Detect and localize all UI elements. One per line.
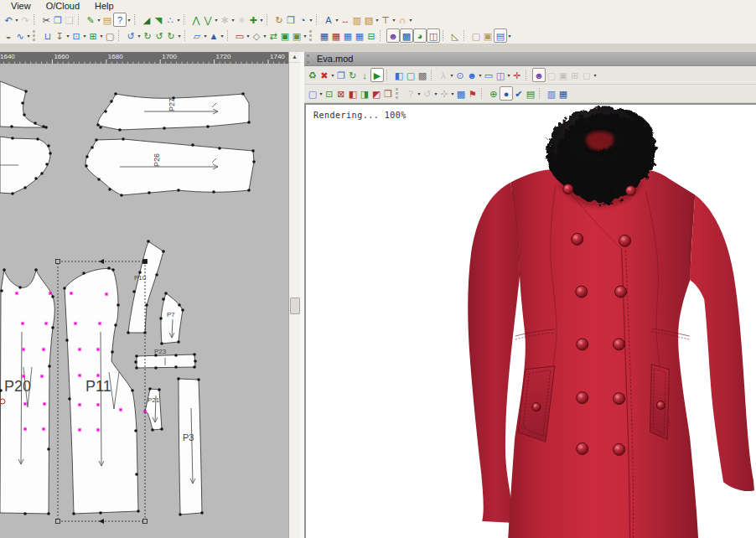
page-active-dropdown-icon[interactable]: ▾ xyxy=(507,33,512,39)
resync-icon[interactable]: ↻ xyxy=(347,69,359,81)
calculator-icon[interactable]: ⊟ xyxy=(365,29,377,42)
rotate-left-icon[interactable]: ↺ xyxy=(153,29,165,42)
dart-close-icon[interactable]: ⋁ xyxy=(202,13,214,26)
film-record-icon[interactable]: ▦ xyxy=(557,87,569,100)
globe-env-icon[interactable]: ⊕ xyxy=(488,87,500,100)
lamp-icon[interactable]: ◒ xyxy=(3,29,14,42)
fabric-b-icon[interactable]: ▣ xyxy=(291,29,303,42)
texture-box-icon[interactable]: ▩ xyxy=(417,69,428,81)
model-person-icon[interactable]: ☻ xyxy=(386,28,400,43)
swap-grade-icon[interactable]: ⇄ xyxy=(267,29,279,42)
add-node-dropdown-icon[interactable]: ▾ xyxy=(259,17,264,23)
selection-handle[interactable] xyxy=(143,520,148,524)
cube-red-icon[interactable]: ◧ xyxy=(347,87,359,100)
pattern-canvas-svg[interactable]: P27P26P20P11P10P7P23P21P3 xyxy=(0,64,288,538)
pattern-piece-P27[interactable]: P27 xyxy=(96,92,251,132)
page-plain-icon[interactable]: ▢ xyxy=(470,29,482,42)
pattern-piece-P10[interactable]: P10 xyxy=(127,240,165,334)
scrollbar-thumb[interactable] xyxy=(290,297,300,314)
compass-icon[interactable]: ◔ xyxy=(297,13,308,26)
rotate-right-icon[interactable]: ↻ xyxy=(165,29,177,42)
marquee-icon[interactable]: ▢ xyxy=(104,29,116,42)
pin-red-icon[interactable]: ⚑ xyxy=(467,87,479,100)
pattern-piece-P20[interactable]: P20 xyxy=(0,268,54,515)
compass-dropdown-icon[interactable]: ▾ xyxy=(308,17,313,23)
arch-tool-dropdown-icon[interactable]: ▾ xyxy=(408,17,413,23)
walk-tool-icon[interactable]: A xyxy=(323,13,334,26)
pleat-b-icon[interactable]: ▧ xyxy=(363,13,375,26)
lantern-icon[interactable]: ◇ xyxy=(251,29,262,42)
scrollbar-up-arrow[interactable] xyxy=(289,52,300,63)
pattern-canvas[interactable]: P27P26P20P11P10P7P23P21P3 xyxy=(0,64,288,538)
help-mode-dropdown-icon[interactable]: ▾ xyxy=(127,17,132,23)
export-image-icon[interactable]: ⊡ xyxy=(70,29,82,42)
page-pattern-icon[interactable]: ▣ xyxy=(482,29,494,42)
table-pieces-icon[interactable]: ▦ xyxy=(318,29,330,42)
drop-cloth-icon[interactable]: ↓ xyxy=(359,69,370,81)
selection-handle[interactable] xyxy=(56,520,60,524)
hammer-tool-icon[interactable]: ⊤ xyxy=(380,13,391,26)
render-viewport[interactable]: Rendering... 100% xyxy=(304,103,756,538)
rotate-right-dropdown-icon[interactable]: ▾ xyxy=(177,33,182,39)
pyramid-dropdown-icon[interactable]: ▾ xyxy=(220,33,225,39)
pattern-piece-edge-a[interactable] xyxy=(0,81,48,129)
trash-icon[interactable]: ⊔ xyxy=(42,29,54,42)
table-sizes-icon[interactable]: ▦ xyxy=(342,29,354,42)
window-titlebar-3d[interactable]: Eva.mod xyxy=(304,52,756,66)
sphere-shaded-icon[interactable]: ● xyxy=(500,86,513,101)
table-measure-icon[interactable]: ▦ xyxy=(354,29,365,42)
pleat-a-icon[interactable]: ▥ xyxy=(351,13,363,26)
dart-open-icon[interactable]: ⋀ xyxy=(190,13,202,26)
import-image-icon[interactable]: ⊞ xyxy=(87,29,99,42)
fabric-check-icon[interactable]: ▩ xyxy=(400,28,413,43)
page-red-icon[interactable]: ▭ xyxy=(234,29,246,42)
cube-red-2-icon[interactable]: ◩ xyxy=(370,87,382,100)
help-mode-icon[interactable]: ? xyxy=(113,13,127,27)
render-image-icon[interactable]: ⊡ xyxy=(324,87,335,100)
clone-model-icon[interactable]: ❐ xyxy=(335,69,347,81)
cube-view-icon[interactable]: ◫ xyxy=(427,28,440,43)
texture-map-icon[interactable]: ▩ xyxy=(455,87,467,100)
curve-tool-icon[interactable]: ◢ xyxy=(141,13,153,26)
pie-chart-icon[interactable]: ◕ xyxy=(413,28,427,43)
menu-item-view[interactable]: View xyxy=(3,0,39,12)
select-area-icon[interactable]: ▢ xyxy=(307,87,318,100)
delete-sim-icon[interactable]: ✖ xyxy=(318,69,330,81)
pyramid-icon[interactable]: ▲ xyxy=(208,29,220,42)
monitor-view-dropdown-icon[interactable]: ▾ xyxy=(593,72,598,78)
selection-mid-arrow[interactable] xyxy=(99,519,104,524)
model-properties-icon[interactable]: ☻ xyxy=(466,69,478,81)
box-edit-icon[interactable]: ◧ xyxy=(393,69,405,81)
points-tool-icon[interactable]: ∴ xyxy=(164,13,176,26)
set-square-icon[interactable]: ◺ xyxy=(449,29,461,42)
image-export-icon[interactable]: ▥ xyxy=(546,87,557,100)
recycle-sim-icon[interactable]: ♻ xyxy=(307,69,318,81)
rotate-cw-icon[interactable]: ↻ xyxy=(142,29,153,42)
fabric-a-icon[interactable]: ▣ xyxy=(279,29,291,42)
rotate-ccw-icon[interactable]: ↺ xyxy=(125,29,137,42)
menu-item-help[interactable]: Help xyxy=(87,0,122,12)
table-variants-icon[interactable]: ▦ xyxy=(330,29,342,42)
box-select-icon[interactable]: ▢ xyxy=(405,69,417,81)
avatar-info-icon[interactable]: ☻ xyxy=(532,68,546,82)
stamp-piece-icon[interactable]: ❒ xyxy=(285,13,297,26)
arch-tool-icon[interactable]: ∩ xyxy=(396,13,408,26)
package-box-icon[interactable]: ❒ xyxy=(382,87,394,100)
pattern-piece-P26[interactable]: P26 xyxy=(85,137,256,197)
points-tool-dropdown-icon[interactable]: ▾ xyxy=(176,17,181,23)
wave-tool-dropdown-icon[interactable]: ▾ xyxy=(26,33,31,39)
cube-tex-icon[interactable]: ◨ xyxy=(359,87,370,100)
paste-properties-icon[interactable]: ▤ xyxy=(101,13,113,26)
selection-handle[interactable] xyxy=(143,260,148,264)
pin-icon[interactable]: ↧ xyxy=(54,29,65,42)
edit-plan-icon[interactable]: ✎ xyxy=(85,13,96,26)
undo-icon[interactable]: ↶ xyxy=(3,13,14,26)
left-vertical-scrollbar[interactable] xyxy=(288,52,300,538)
verify-check-icon[interactable]: ✔ xyxy=(513,87,525,100)
rotate-piece-icon[interactable]: ↻ xyxy=(273,13,285,26)
simulate-play-icon[interactable]: ▶ xyxy=(370,68,384,82)
pattern-piece-P3[interactable]: P3 xyxy=(177,377,204,516)
fit-view-icon[interactable]: ✛ xyxy=(511,69,523,81)
pattern-piece-P7[interactable]: P7 xyxy=(159,292,184,345)
sim-settings-icon[interactable]: ▭ xyxy=(483,69,495,81)
